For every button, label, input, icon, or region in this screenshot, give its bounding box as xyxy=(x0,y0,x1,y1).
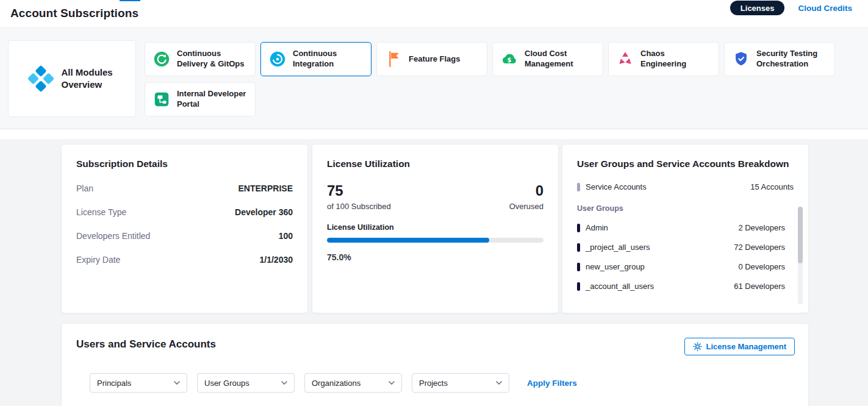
license-management-button[interactable]: License Management xyxy=(684,338,795,355)
module-card-continuous-delivery-gitops[interactable]: Continuous Delivery & GitOps xyxy=(145,42,256,76)
chevron-down-icon xyxy=(174,381,180,385)
all-modules-overview-label: All Modules Overview xyxy=(62,66,118,91)
group-value: 61 Developers xyxy=(734,282,785,291)
subscription-row-license-type: License Type Developer 360 xyxy=(76,207,293,217)
principals-dropdown[interactable]: Principals xyxy=(90,373,187,393)
overused-count: 0 xyxy=(509,183,543,199)
module-card-feature-flags[interactable]: Feature Flags xyxy=(376,42,487,76)
breadcrumb-remnant xyxy=(120,0,140,1)
group-bar-icon xyxy=(577,224,580,232)
module-card-continuous-integration[interactable]: Continuous Integration xyxy=(260,42,371,76)
service-accounts-row: Service Accounts 15 Accounts xyxy=(577,182,794,191)
modules-grid: Continuous Delivery & GitOps Continuous … xyxy=(145,42,840,116)
organizations-dropdown[interactable]: Organizations xyxy=(304,373,402,393)
feature-flags-icon xyxy=(384,50,403,68)
breakdown-title: User Groups and Service Accounts Breakdo… xyxy=(577,158,794,169)
module-card-internal-developer-portal[interactable]: Internal Developer Portal xyxy=(145,82,256,116)
module-label: Security Testing Orchestration xyxy=(756,49,827,69)
page-header: Account Subscriptions Licenses Cloud Cre… xyxy=(0,0,868,28)
dropdown-label: User Groups xyxy=(204,379,249,388)
overused-block: 0 Overused xyxy=(509,183,543,211)
license-utilization-title: License Utilization xyxy=(327,158,543,169)
breakdown-scrollbar[interactable] xyxy=(798,207,803,304)
row-value: ENTERPRISE xyxy=(239,183,293,193)
user-groups-breakdown-card: User Groups and Service Accounts Breakdo… xyxy=(562,144,809,313)
row-value: 100 xyxy=(279,231,293,241)
group-name: _account_all_users xyxy=(586,282,654,291)
subscription-row-developers-entitled: Developers Entitled 100 xyxy=(76,231,293,241)
group-row-admin: Admin 2 Developers xyxy=(577,223,794,232)
group-row-new-user-group: new_user_group 0 Developers xyxy=(577,262,794,271)
page-title: Account Subscriptions xyxy=(10,7,138,20)
group-row-account-all-users: _account_all_users 61 Developers xyxy=(577,282,794,291)
module-label: Continuous Integration xyxy=(293,49,364,69)
group-value: 72 Developers xyxy=(734,243,785,252)
module-selector-strip: All Modules Overview Continuous Delivery… xyxy=(0,28,868,129)
module-label: Feature Flags xyxy=(409,54,461,65)
all-modules-overview-card[interactable]: All Modules Overview xyxy=(8,40,136,117)
group-bar-icon xyxy=(577,282,580,291)
service-accounts-bar-icon xyxy=(577,183,580,191)
service-accounts-value: 15 Accounts xyxy=(750,182,794,191)
subscribed-caption: of 100 Subscribed xyxy=(327,202,391,211)
harness-logo-icon xyxy=(27,65,55,93)
header-actions: Licenses Cloud Credits xyxy=(730,1,852,15)
dropdown-label: Principals xyxy=(97,379,131,388)
ci-icon xyxy=(268,50,287,68)
subscription-details-card: Subscription Details Plan ENTERPRISE Lic… xyxy=(61,144,308,313)
module-label: Continuous Delivery & GitOps xyxy=(177,49,248,69)
subscribed-count: 75 xyxy=(327,183,391,199)
cloud-cost-icon: $ xyxy=(500,50,518,68)
service-accounts-label: Service Accounts xyxy=(586,182,647,191)
subscription-details-title: Subscription Details xyxy=(76,158,293,169)
utilization-progress-fill xyxy=(327,238,489,243)
sto-shield-icon xyxy=(732,50,750,68)
license-management-label: License Management xyxy=(706,342,787,351)
row-value: Developer 360 xyxy=(235,207,293,217)
license-utilization-card: License Utilization 75 of 100 Subscribed… xyxy=(312,144,559,313)
cloud-credits-tab[interactable]: Cloud Credits xyxy=(798,4,852,13)
utilization-progress-track xyxy=(327,238,543,243)
chevron-down-icon xyxy=(496,381,502,385)
module-card-security-testing-orchestration[interactable]: Security Testing Orchestration xyxy=(724,42,835,76)
subscription-row-plan: Plan ENTERPRISE xyxy=(76,183,293,193)
chevron-down-icon xyxy=(389,381,395,385)
group-name: _project_all_users xyxy=(586,243,650,252)
licenses-tab[interactable]: Licenses xyxy=(730,1,785,15)
group-bar-icon xyxy=(577,243,580,252)
group-value: 0 Developers xyxy=(738,262,785,271)
row-value: 1/1/2030 xyxy=(260,255,293,265)
user-groups-dropdown[interactable]: User Groups xyxy=(197,373,295,393)
chaos-icon xyxy=(616,50,634,68)
row-label: Expiry Date xyxy=(76,255,120,265)
user-groups-subheading: User Groups xyxy=(577,204,794,213)
group-bar-icon xyxy=(577,263,580,271)
group-name: new_user_group xyxy=(586,262,645,271)
utilization-bar-label: License Utilization xyxy=(327,223,543,232)
module-card-cloud-cost-management[interactable]: $ Cloud Cost Management xyxy=(492,42,603,76)
utilization-percent-label: 75.0% xyxy=(327,252,543,262)
apply-filters-link[interactable]: Apply Filters xyxy=(527,379,577,388)
filters-row: Principals User Groups Organizations Pro… xyxy=(90,373,794,393)
row-label: Plan xyxy=(76,183,93,193)
group-name: Admin xyxy=(586,223,608,232)
module-label: Internal Developer Portal xyxy=(177,89,248,110)
projects-dropdown[interactable]: Projects xyxy=(412,373,509,393)
dropdown-label: Projects xyxy=(419,379,448,388)
dropdown-label: Organizations xyxy=(312,379,360,388)
group-value: 2 Developers xyxy=(738,223,785,232)
module-card-chaos-engineering[interactable]: Chaos Engineering xyxy=(608,42,719,76)
utilization-counts: 75 of 100 Subscribed 0 Overused xyxy=(327,183,543,211)
breakdown-scrollbar-thumb[interactable] xyxy=(798,207,803,263)
group-row-project-all-users: _project_all_users 72 Developers xyxy=(577,243,794,252)
subscription-row-expiry-date: Expiry Date 1/1/2030 xyxy=(76,255,293,265)
svg-text:$: $ xyxy=(508,57,512,63)
users-service-accounts-card: Users and Service Accounts License Manag… xyxy=(61,323,809,406)
row-label: Developers Entitled xyxy=(76,231,150,241)
idp-icon xyxy=(152,90,171,109)
chevron-down-icon xyxy=(281,381,287,385)
row-label: License Type xyxy=(76,207,126,217)
cd-gitops-icon xyxy=(152,50,171,68)
subscribed-block: 75 of 100 Subscribed xyxy=(327,183,391,211)
overused-caption: Overused xyxy=(509,202,543,211)
